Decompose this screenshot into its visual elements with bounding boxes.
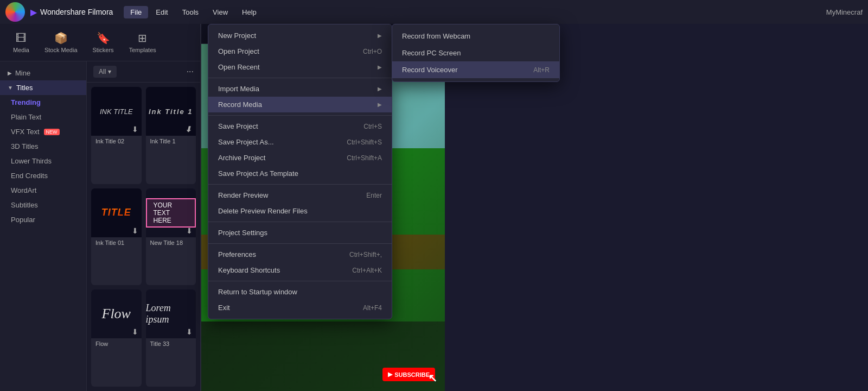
menu-edit[interactable]: Edit (149, 6, 174, 18)
sidebar-item-end-credits[interactable]: End Credits (0, 168, 86, 183)
sidebar-item-wordart[interactable]: WordArt (0, 183, 86, 198)
grid-item-ink02-label: Ink Title 02 (91, 136, 142, 147)
download-icon-newt18: ⬇ (186, 226, 193, 235)
menu-view[interactable]: View (206, 6, 234, 18)
media-icon: 🎞 (16, 32, 27, 45)
player-label: Player (209, 30, 229, 38)
stickers-icon: 🔖 (97, 31, 110, 45)
sidebar-item-plain-text[interactable]: Plain Text (0, 110, 86, 124)
grid-item-flow[interactable]: Flow ⬇ Flow (91, 289, 142, 387)
ink01-thumb: TITLE ⬇ (91, 188, 142, 237)
ink1-thumb: Ink Title 1 ⬇ (146, 87, 196, 136)
stock-media-icon: 📦 (54, 31, 68, 45)
mc-overlay (201, 44, 445, 391)
toolbar-templates[interactable]: ⊞ Templates (122, 28, 164, 56)
download-icon-flow: ⬇ (132, 327, 138, 336)
sidebar-section-mine[interactable]: ▶ Mine (0, 66, 86, 80)
download-icon-lorem: ⬇ (186, 327, 193, 336)
toolbar-media[interactable]: 🎞 Media (5, 29, 37, 56)
templates-icon: ⊞ (138, 31, 147, 45)
menu-file[interactable]: File (124, 6, 148, 18)
newt18-thumb: YOUR TEXT HERE ⬇ (146, 188, 196, 237)
flow-thumb: Flow ⬇ (91, 289, 142, 338)
sidebar: ▶ Mine ▼ Titles Trending Plain Text VFX … (0, 61, 87, 391)
grid-item-ink02[interactable]: INK TITLE ⬇ Ink Title 02 (91, 87, 142, 184)
right-panel: Player Full Quality ▾ ▶ SUBSCRIBE ↖ (201, 24, 445, 391)
sidebar-item-subtitles[interactable]: Subtitles (0, 198, 86, 212)
left-inner: ▶ Mine ▼ Titles Trending Plain Text VFX … (0, 61, 200, 391)
sidebar-item-vfx-text[interactable]: VFX Text NEW (0, 124, 86, 139)
grid-item-ink01-label: Ink Title 01 (91, 237, 142, 248)
ink02-thumb: INK TITLE ⬇ (91, 87, 142, 136)
sidebar-item-3d-titles[interactable]: 3D Titles (0, 139, 86, 154)
sidebar-item-lower-thirds[interactable]: Lower Thirds (0, 154, 86, 168)
grid-item-ink1-label: Ink Title 1 (146, 136, 196, 147)
download-icon-ink01: ⬇ (132, 226, 138, 235)
quality-chevron-icon: ▾ (273, 30, 277, 37)
new-badge: NEW (44, 129, 60, 135)
preview-area: ▶ SUBSCRIBE ↖ (201, 44, 445, 391)
minecraft-preview (201, 44, 445, 391)
your-text-box: YOUR TEXT HERE (146, 198, 196, 228)
grid-item-lorem-label: Title 33 (146, 338, 196, 349)
app-logo-icon: ▶ (30, 7, 37, 17)
titles-grid: INK TITLE ⬇ Ink Title 02 Ink Title 1 ⬇ I… (87, 83, 200, 391)
player-header: Player Full Quality ▾ (201, 24, 445, 44)
user-avatar (5, 2, 25, 22)
main-layout: 🎞 Media 📦 Stock Media 🔖 Stickers ⊞ Templ… (0, 24, 868, 391)
ink01-preview-text: TITLE (101, 207, 131, 218)
sidebar-section-titles[interactable]: ▼ Titles (0, 80, 86, 95)
toolbar-stock-media[interactable]: 📦 Stock Media (37, 28, 85, 56)
grid-item-lorem[interactable]: Lorem ipsum ⬇ Title 33 (146, 289, 196, 387)
quality-select[interactable]: Full Quality ▾ (234, 28, 281, 39)
title-bar: ▶ Wondershare Filmora File Edit Tools Vi… (0, 0, 868, 24)
toolbar: 🎞 Media 📦 Stock Media 🔖 Stickers ⊞ Templ… (0, 24, 200, 61)
app-name: ▶ Wondershare Filmora (30, 7, 113, 17)
grid-item-flow-label: Flow (91, 338, 142, 349)
subscribe-button[interactable]: ▶ SUBSCRIBE ↖ (382, 368, 435, 381)
filter-chevron-icon: ▾ (108, 68, 111, 75)
cursor-icon: ↖ (428, 371, 437, 384)
filter-all-button[interactable]: All ▾ (93, 66, 117, 78)
content-header: All ▾ ··· (87, 61, 200, 83)
menu-bar: File Edit Tools View Help (124, 6, 263, 18)
user-label: MyMinecraf (826, 8, 863, 16)
titles-arrow-icon: ▼ (8, 85, 13, 91)
grid-item-ink01[interactable]: TITLE ⬇ Ink Title 01 (91, 188, 142, 286)
lorem-thumb: Lorem ipsum ⬇ (146, 289, 196, 338)
left-panel: 🎞 Media 📦 Stock Media 🔖 Stickers ⊞ Templ… (0, 24, 201, 391)
toolbar-stickers[interactable]: 🔖 Stickers (85, 28, 122, 56)
grid-item-newt18[interactable]: YOUR TEXT HERE ⬇ New Title 18 (146, 188, 196, 286)
download-icon: ⬇ (132, 125, 138, 134)
grid-item-newt18-label: New Title 18 (146, 237, 196, 248)
content-area: All ▾ ··· INK TITLE ⬇ Ink Title 02 (87, 61, 200, 391)
lorem-preview-text: Lorem ipsum (146, 302, 196, 325)
sidebar-item-trending[interactable]: Trending (0, 95, 86, 110)
download-icon-ink1: ⬇ (185, 125, 193, 134)
grid-item-ink1[interactable]: Ink Title 1 ⬇ Ink Title 1 (146, 87, 196, 184)
menu-help[interactable]: Help (235, 6, 263, 18)
mine-arrow-icon: ▶ (8, 70, 12, 76)
flow-preview-text: Flow (102, 306, 131, 322)
sidebar-item-popular[interactable]: Popular (0, 212, 86, 227)
menu-tools[interactable]: Tools (176, 6, 205, 18)
more-options-button[interactable]: ··· (187, 67, 194, 77)
subscribe-play-icon: ▶ (388, 371, 392, 378)
